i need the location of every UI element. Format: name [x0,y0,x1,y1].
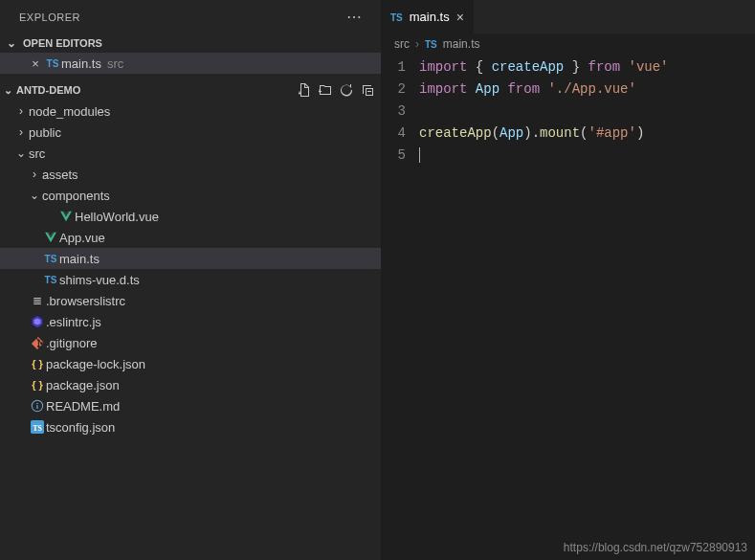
chevron-right-icon: › [27,168,42,181]
editor-tab[interactable]: TS main.ts × [381,0,475,34]
file-name: .browserslistrc [46,294,125,308]
collapse-all-icon[interactable] [360,82,375,98]
chevron-down-icon: ⌄ [13,146,29,160]
tsjson-icon: TS [29,420,46,434]
json-icon: { } [29,358,46,370]
open-editor-path: src [107,56,123,71]
vue-icon [57,210,75,223]
ts-icon: TS [425,37,437,51]
folder-node[interactable]: ›node_modules [0,101,381,122]
breadcrumb-segment[interactable]: src [394,37,410,51]
explorer-header: EXPLORER ⋯ [0,0,381,34]
editor-tabs: TS main.ts × [381,0,755,34]
vue-icon [42,231,59,244]
file-name: package-lock.json [46,357,145,371]
ts-icon: TS [44,58,61,69]
file-node[interactable]: { }package.json [0,374,381,395]
new-folder-icon[interactable] [318,82,333,98]
file-node[interactable]: App.vue [0,227,381,248]
file-node[interactable]: .gitignore [0,332,381,353]
file-node[interactable]: TSmain.ts [0,248,381,269]
breadcrumb-segment[interactable]: main.ts [443,37,480,51]
file-node[interactable]: README.md [0,395,381,416]
close-icon[interactable]: × [27,56,44,71]
chevron-right-icon: › [13,104,29,118]
file-name: README.md [46,399,120,414]
ts-icon: TS [42,254,59,264]
ts-icon: TS [390,10,403,24]
project-toolbar [297,82,375,98]
file-name: .eslintrc.js [46,315,101,329]
watermark: https://blog.csdn.net/qzw752890913 [564,541,747,554]
folder-node[interactable]: ›assets [0,164,381,185]
file-name: App.vue [59,231,105,245]
folder-node[interactable]: ›public [0,122,381,143]
close-icon[interactable]: × [456,10,464,25]
ts-icon: TS [42,275,59,285]
chevron-right-icon: › [13,125,29,139]
code-editor[interactable]: 12345 import { createApp } from 'vue'imp… [381,55,755,167]
svg-rect-3 [36,403,37,404]
svg-rect-4 [36,405,37,409]
breadcrumbs[interactable]: src › TS main.ts [381,34,755,55]
file-tree: ›node_modules›public⌄src›assets⌄componen… [0,101,381,443]
editor-area: TS main.ts × src › TS main.ts 12345 impo… [381,0,755,560]
svg-text:TS: TS [33,424,42,433]
folder-name: node_modules [29,104,110,119]
more-actions-icon[interactable]: ⋯ [343,8,366,26]
file-node[interactable]: HelloWorld.vue [0,206,381,227]
chevron-right-icon: › [415,37,419,51]
json-icon: { } [29,379,46,391]
new-file-icon[interactable] [297,82,312,98]
explorer-panel: EXPLORER ⋯ ⌄ OPEN EDITORS × TS main.ts s… [0,0,381,560]
file-name: HelloWorld.vue [75,210,159,224]
open-editor-filename: main.ts [61,56,101,71]
refresh-icon[interactable] [339,82,354,98]
chevron-down-icon: ⌄ [4,36,19,50]
project-name: ANTD-DEMO [16,84,80,96]
open-editors-header[interactable]: ⌄ OPEN EDITORS [0,34,381,53]
folder-name: src [29,146,45,161]
file-node[interactable]: ≣.browserslistrc [0,290,381,311]
lines-icon: ≣ [29,294,46,307]
open-editor-item[interactable]: × TS main.ts src [0,53,381,74]
eslint-icon [29,315,46,328]
chevron-down-icon: ⌄ [4,84,12,97]
file-name: tsconfig.json [46,420,115,435]
folder-name: public [29,125,61,140]
code-content[interactable]: import { createApp } from 'vue'import Ap… [419,56,755,167]
md-icon [29,399,46,413]
chevron-down-icon: ⌄ [27,189,42,202]
file-node[interactable]: { }package-lock.json [0,353,381,374]
file-name: package.json [46,378,120,392]
project-header[interactable]: ⌄ ANTD-DEMO [0,79,381,101]
open-editors-list: × TS main.ts src [0,53,381,79]
folder-name: components [42,189,110,203]
git-icon [29,336,46,349]
line-gutter: 12345 [381,56,419,167]
file-node[interactable]: TSshims-vue.d.ts [0,269,381,290]
folder-name: assets [42,168,78,182]
explorer-title: EXPLORER [19,11,80,23]
folder-node[interactable]: ⌄src [0,143,381,164]
file-name: shims-vue.d.ts [59,273,140,287]
file-node[interactable]: .eslintrc.js [0,311,381,332]
open-editors-label: OPEN EDITORS [23,37,102,49]
file-name: main.ts [59,252,100,266]
file-node[interactable]: TStsconfig.json [0,416,381,437]
file-name: .gitignore [46,336,97,350]
tab-filename: main.ts [410,10,450,24]
folder-node[interactable]: ⌄components [0,185,381,206]
